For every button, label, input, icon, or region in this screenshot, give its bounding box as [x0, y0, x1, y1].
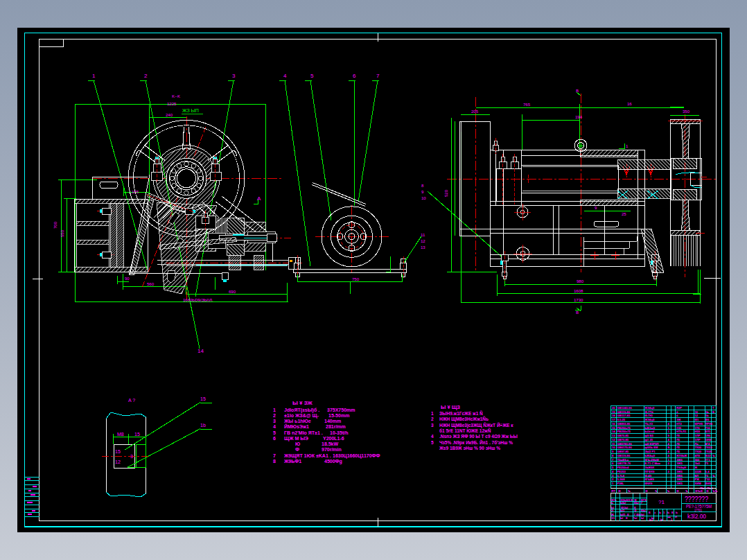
svg-text:РЖ: РЖ — [695, 478, 700, 481]
svg-text:1ЬЖ9Х: 1ЬЖ9Х — [645, 466, 655, 469]
svg-text:ПГФХ9: ПГФХ9 — [645, 470, 655, 473]
svg-text:?1: ?1 — [658, 499, 665, 505]
svg-text:980: 980 — [577, 279, 584, 283]
svg-text:12: 12 — [612, 438, 615, 441]
svg-text:Ф: Ф — [645, 489, 648, 493]
svg-text:16: 16 — [695, 410, 698, 414]
svg-text:5: 5 — [431, 440, 434, 445]
svg-text:1: 1 — [273, 408, 276, 412]
svg-text:ЯТ: ЯТ — [611, 489, 615, 493]
svg-text:4: 4 — [273, 424, 276, 429]
svg-text:Э1: Э1 — [611, 516, 615, 520]
svg-text:1b: 1b — [200, 423, 206, 428]
svg-text:И: И — [675, 515, 677, 518]
svg-text:ЖЭ4ц9: ЖЭ4ц9 — [644, 418, 655, 421]
svg-text:ЖЫ ь1hЮе: ЖЫ ь1hЮе — [283, 419, 311, 423]
svg-text:Ф'Ь;2SЬM: Ф'Ь;2SЬM — [645, 458, 660, 462]
svg-text:Жs9 1В9Ж эНш % 90 эНш %: Жs9 1В9Ж эНш % 90 эНш % — [439, 446, 500, 450]
svg-text:ЖЭ4ц9: ЖЭ4ц9 — [644, 406, 655, 410]
svg-text:M8: M8 — [117, 432, 124, 437]
svg-text:ЗЫ2 Р1: ЗЫ2 Р1 — [645, 450, 656, 453]
svg-text:Б: Б — [712, 410, 714, 414]
svg-text:Ю: Ю — [295, 441, 300, 446]
svg-text:B: B — [576, 310, 579, 315]
svg-text:GB1TE-76: GB1TE-76 — [617, 462, 631, 465]
svg-text:Ы1: Ы1 — [620, 509, 625, 512]
svg-text:Ъ: Ъ — [628, 489, 631, 493]
svg-text:ГЫ: ГЫ — [633, 516, 637, 520]
svg-text:1730: 1730 — [574, 298, 583, 302]
svg-text:5.7L8: 5.7L8 — [617, 474, 625, 478]
svg-text:970r/min: 970r/min — [322, 447, 342, 452]
svg-text:1??01: 1??01 — [694, 508, 702, 512]
svg-text:11: 11 — [421, 233, 425, 237]
svg-text:1Т9: 1Т9 — [695, 426, 701, 430]
svg-text:Е: Е — [626, 516, 628, 520]
svg-text:Л5: Л5 — [676, 450, 680, 453]
svg-text:560: 560 — [147, 282, 155, 286]
svg-text:GB6170-86: GB6170-86 — [617, 446, 633, 449]
svg-text:5-4: 5-4 — [705, 470, 710, 473]
svg-text:300: 300 — [695, 458, 701, 462]
svg-text:ЪЪ: ЪЪ — [712, 489, 718, 493]
svg-text:ф1 25: ф1 25 — [645, 438, 653, 441]
svg-text:ВЛ: ВЛ — [695, 474, 699, 478]
svg-text:ЬЖ4щ9: ЬЖ4щ9 — [645, 454, 656, 457]
svg-text:19: 19 — [612, 410, 615, 414]
svg-text:3: 3 — [232, 73, 236, 79]
svg-text:4Г4: 4Г4 — [705, 442, 711, 446]
svg-text:ГГ1: ГГ1 — [705, 458, 711, 462]
svg-text:ЭЖ5: ЭЖ5 — [676, 474, 683, 478]
svg-text:Ф;ТЮ: Ф;ТЮ — [645, 414, 653, 417]
svg-text:750: 750 — [352, 277, 360, 281]
svg-text:Ъ: Ъ — [667, 489, 670, 493]
svg-text:7Х0Э: 7Х0Э — [705, 446, 712, 449]
svg-text:GB5783-86: GB5783-86 — [617, 442, 633, 446]
svg-text:1225: 1225 — [167, 102, 177, 106]
svg-text:15: 15 — [200, 396, 206, 401]
svg-text:20: 20 — [612, 406, 615, 410]
svg-text:4500Фg: 4500Фg — [324, 459, 342, 464]
svg-text:Ф22: Ф22 — [705, 454, 712, 457]
svg-text:550: 550 — [60, 229, 64, 237]
svg-text:11: 11 — [612, 442, 615, 446]
svg-text:1: 1 — [431, 411, 434, 416]
svg-text:ТЬ;У2: ТЬ;У2 — [645, 422, 653, 426]
svg-text:690: 690 — [229, 290, 236, 294]
svg-text:T0wE9-a: T0wE9-a — [617, 458, 629, 462]
svg-text:765: 765 — [523, 103, 531, 107]
svg-text:ЭЖ5: ЭЖ5 — [676, 482, 683, 485]
svg-text:15: 15 — [115, 449, 121, 454]
svg-text:PB250x75: PB250x75 — [617, 430, 631, 433]
svg-text:Г5: Г5 — [705, 462, 709, 465]
svg-text:GB70-85: GB70-85 — [617, 434, 629, 437]
svg-text:1Ь: 1Ь — [705, 414, 709, 417]
svg-text:2: 2 — [273, 413, 276, 418]
svg-text:18.5kW: 18.5kW — [322, 441, 339, 446]
svg-text:GB119-86: GB119-86 — [617, 410, 631, 414]
svg-text:GB97-85: GB97-85 — [617, 450, 629, 453]
svg-text:P38L: P38L — [617, 482, 624, 485]
svg-text:НЖН ЩМ8е3jс3ЖЩ ÑЖкТ Й÷ЖЕ к: НЖН ЩМ8е3jс3ЖЩ ÑЖкТ Й÷ЖЕ к — [439, 422, 513, 428]
svg-text:Ь: Ь — [676, 511, 678, 514]
svg-text:ЭЖ: ЭЖ — [676, 418, 681, 421]
svg-text:6: 6 — [353, 73, 356, 79]
svg-text:???????: ??????? — [685, 495, 708, 503]
svg-text:10: 10 — [612, 446, 615, 449]
svg-text:140mm: 140mm — [324, 419, 341, 423]
svg-text:НТ2: НТ2 — [676, 422, 682, 426]
svg-text:б1 5гЕ 11NТ ЮЖЕ 12жÑ: б1 5гЕ 11NТ ЮЖЕ 12жÑ — [439, 428, 491, 433]
svg-text:Ф: Ф — [295, 447, 299, 452]
svg-text:Ж: Ж — [694, 466, 698, 469]
svg-text:Л5: Л5 — [676, 438, 680, 441]
svg-text:ЭЖ5: ЭЖ5 — [676, 470, 683, 473]
svg-text:ФРН9: ФРН9 — [695, 422, 703, 426]
svg-text:ф9 Б5: ф9 Б5 — [645, 434, 654, 437]
svg-text:1Я6: 1Я6 — [705, 434, 711, 437]
svg-text:Я2Р: Я2Р — [676, 406, 682, 410]
svg-text:1ЛР: 1ЛР — [695, 438, 701, 441]
svg-text:НЖН ЩМ8е3НсЖж1Ñь: НЖН ЩМ8е3НсЖж1Ñь — [439, 416, 489, 422]
svg-text:Т%9цН: Т%9цН — [676, 466, 686, 469]
svg-text:16: 16 — [612, 422, 615, 426]
svg-text:Е-Т1 С'4Ьм: Е-Т1 С'4Ьм — [645, 462, 660, 465]
